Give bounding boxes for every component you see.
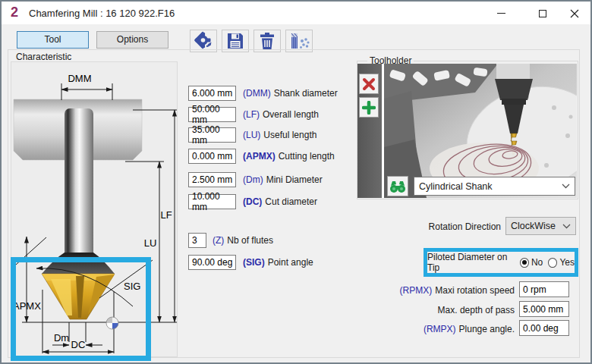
binoculars-icon bbox=[389, 180, 406, 193]
save-icon bbox=[225, 31, 245, 51]
maxi-rotation-speed-input[interactable]: 0 rpm bbox=[519, 281, 569, 297]
overall-length-label: (LF)Overall length bbox=[243, 107, 319, 122]
shank-diameter-input[interactable]: 6.000 mm bbox=[188, 86, 236, 101]
maximize-icon[interactable] bbox=[531, 5, 554, 21]
toolholder-search-button[interactable] bbox=[387, 176, 408, 196]
point-angle-input[interactable]: 90.00 deg bbox=[188, 255, 236, 270]
point-angle-label: (SIG)Point angle bbox=[243, 255, 313, 270]
max-depth-pass-label: Max. depth of pass bbox=[328, 305, 515, 315]
plunge-angle-code: (RMPX) bbox=[424, 324, 456, 334]
tab-tool[interactable]: Tool bbox=[17, 31, 89, 49]
trash-icon bbox=[257, 31, 277, 51]
maxi-rotation-speed-label: (RPMX)Maxi rotation speed bbox=[328, 285, 515, 296]
close-icon[interactable] bbox=[563, 5, 586, 21]
mini-diameter-input[interactable]: 2.500 mm bbox=[188, 172, 236, 187]
minimize-icon[interactable] bbox=[490, 5, 512, 21]
red-x-icon bbox=[362, 77, 376, 91]
rotation-direction-label: Rotation Direction bbox=[366, 221, 501, 232]
shank-type-dropdown[interactable]: Cylindrical Shank bbox=[414, 177, 575, 196]
cutting-length-label: (APMX)Cutting length bbox=[243, 149, 335, 164]
overall-length-code: (LF) bbox=[243, 109, 260, 120]
cutting-length-code: (APMX) bbox=[243, 151, 276, 162]
flutes-label: (Z)Nb of flutes bbox=[213, 233, 273, 248]
gear-refresh-icon bbox=[193, 31, 214, 51]
piloted-yes-radio[interactable] bbox=[548, 258, 557, 268]
diagram-label-lu: LU bbox=[144, 237, 157, 249]
characteristic-group-label: Characteristic bbox=[14, 52, 74, 62]
diagram-highlight-box bbox=[11, 257, 151, 361]
maxi-rotation-speed-code: (RPMX) bbox=[400, 285, 433, 296]
cutting-length-input[interactable]: 0.000 mm bbox=[188, 149, 236, 164]
window-title: Chamfering Mill : 16 120 922.F16 bbox=[29, 8, 175, 19]
cut-diameter-label: (DC)Cut diameter bbox=[243, 194, 317, 209]
tab-options[interactable]: Options bbox=[96, 31, 168, 49]
piloted-no-radio[interactable] bbox=[520, 258, 529, 268]
toolholder-remove-button[interactable] bbox=[359, 74, 379, 94]
tool-simulation-icon bbox=[288, 31, 310, 51]
piloted-yes-label[interactable]: Yes bbox=[559, 257, 575, 268]
rotation-direction-dropdown[interactable]: ClockWise bbox=[505, 217, 576, 235]
mini-diameter-code: (Dm) bbox=[243, 174, 263, 185]
titlebar: 2 Chamfering Mill : 16 120 922.F16 bbox=[2, 2, 590, 24]
rotation-direction-value: ClockWise bbox=[511, 221, 562, 231]
max-depth-pass-input[interactable]: 5.000 mm bbox=[519, 301, 569, 317]
piloted-diameter-highlight-box: Piloted Diameter on Tip No Yes bbox=[424, 248, 578, 277]
cut-diameter-code: (DC) bbox=[243, 196, 262, 207]
chevron-down-icon bbox=[562, 184, 570, 189]
shank-diameter-label: (DMM)Shank diameter bbox=[243, 86, 338, 101]
diagram-label-lf: LF bbox=[160, 209, 172, 221]
flutes-input[interactable]: 3 bbox=[188, 233, 206, 248]
point-angle-code: (SIG) bbox=[243, 257, 265, 268]
mini-diameter-label: (Dm)Mini Diameter bbox=[243, 172, 323, 187]
app-logo: 2 bbox=[11, 5, 18, 20]
dialog-window: 2 Chamfering Mill : 16 120 922.F16 Tool … bbox=[0, 0, 592, 364]
useful-length-label: (LU)Useful length bbox=[243, 127, 316, 143]
cut-diameter-input[interactable]: 10.000 mm bbox=[188, 194, 236, 209]
plunge-angle-label: (RMPX)Plunge angle. bbox=[328, 324, 515, 334]
green-plus-icon bbox=[362, 101, 376, 115]
shank-diameter-code: (DMM) bbox=[243, 88, 271, 99]
toolholder-add-button[interactable] bbox=[359, 97, 379, 118]
useful-length-input[interactable]: 35.000 mm bbox=[188, 127, 236, 143]
overall-length-input[interactable]: 50.000 mm bbox=[188, 107, 236, 122]
piloted-diameter-label: Piloted Diameter on Tip bbox=[427, 252, 515, 273]
flutes-code: (Z) bbox=[213, 235, 224, 246]
piloted-no-label[interactable]: No bbox=[531, 257, 543, 268]
diagram-label-dmm: DMM bbox=[68, 73, 91, 84]
plunge-angle-input[interactable]: 0.00 deg bbox=[519, 320, 569, 336]
chevron-down-icon bbox=[562, 224, 571, 229]
shank-type-value: Cylindrical Shank bbox=[419, 181, 562, 192]
useful-length-code: (LU) bbox=[243, 130, 260, 140]
